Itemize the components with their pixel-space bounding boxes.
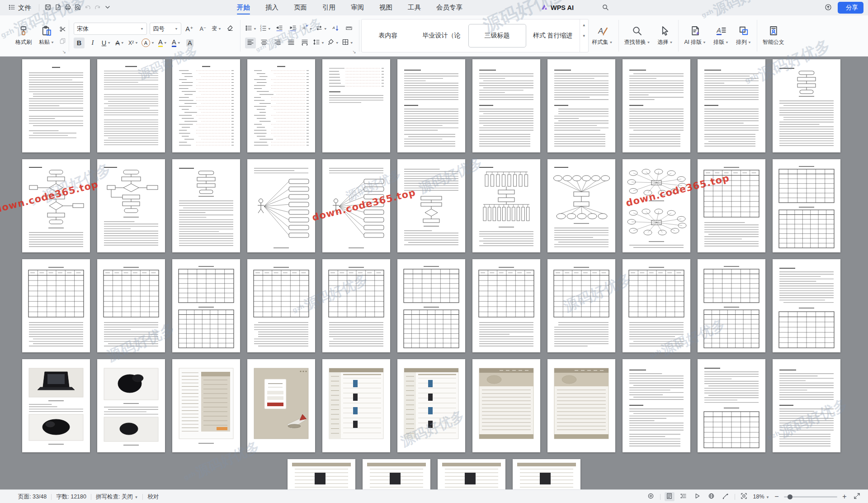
page-thumbnail[interactable] — [773, 159, 840, 252]
style-item-表内容[interactable]: 表内容 — [362, 32, 415, 40]
page-thumbnail[interactable] — [773, 59, 840, 152]
borders-button[interactable]: ▼ — [342, 38, 354, 48]
page-thumbnail[interactable] — [22, 259, 90, 352]
font-color-button[interactable]: A▼ — [171, 38, 182, 48]
fullscreen-button[interactable] — [852, 492, 862, 501]
tab-开始[interactable]: 开始 — [231, 0, 256, 15]
page-thumbnail[interactable] — [22, 359, 90, 452]
page-thumbnail[interactable] — [363, 459, 430, 489]
read-mode-button[interactable] — [693, 492, 703, 501]
font-name-select[interactable]: 宋体▼ — [74, 23, 147, 35]
line-spacing-button[interactable]: ▼ — [313, 38, 325, 48]
bullet-list-button[interactable]: ▼ — [245, 24, 257, 34]
tab-插入[interactable]: 插入 — [259, 0, 285, 15]
paragraph-dialog-launcher[interactable]: ↘ — [352, 49, 356, 54]
underline-button[interactable]: U▼ — [101, 38, 112, 48]
page-thumbnail[interactable] — [247, 159, 315, 252]
page-thumbnail[interactable] — [288, 459, 355, 489]
page-thumbnail[interactable] — [22, 159, 90, 252]
tab-视图[interactable]: 视图 — [373, 0, 399, 15]
outline-view-button[interactable] — [679, 492, 689, 501]
format-painter-button[interactable]: 格式刷 — [12, 24, 35, 48]
page-thumbnail[interactable] — [397, 259, 465, 352]
text-direction-button[interactable]: A▼ — [301, 24, 313, 34]
print-button[interactable] — [64, 4, 72, 12]
spell-check-toggle[interactable]: 拼写检查: 关闭 ▼ — [96, 493, 138, 501]
page-thumbnail[interactable] — [172, 59, 240, 152]
strikethrough-button[interactable]: A▼ — [114, 38, 125, 48]
page-thumbnail[interactable] — [773, 359, 840, 452]
fit-page-button[interactable] — [739, 492, 749, 501]
tab-工具[interactable]: 工具 — [401, 0, 427, 15]
copy-button[interactable] — [59, 38, 67, 46]
page-thumbnail[interactable] — [623, 159, 690, 252]
print-preview-button[interactable] — [74, 4, 82, 12]
smart-doc-button[interactable]: 智能公文 — [759, 15, 788, 56]
zoom-slider-handle[interactable] — [788, 494, 793, 499]
page-thumbnail[interactable] — [438, 459, 505, 489]
page-thumbnail[interactable] — [472, 259, 540, 352]
page-thumbnail[interactable] — [247, 259, 315, 352]
page-thumbnail[interactable] — [698, 259, 765, 352]
page-thumbnail[interactable] — [623, 359, 690, 452]
text-tool-button[interactable] — [344, 24, 354, 34]
page-thumbnail[interactable] — [322, 359, 390, 452]
page-thumbnail[interactable] — [322, 59, 390, 152]
redo-button[interactable] — [94, 4, 102, 12]
export-pdf-button[interactable] — [54, 4, 62, 12]
fill-color-button[interactable]: ▼ — [327, 38, 339, 48]
wps-ai-tab[interactable]: WPS AI — [541, 4, 574, 12]
font-size-select[interactable]: 四号▼ — [150, 23, 181, 35]
style-set-button[interactable]: A 样式集▼ — [589, 15, 617, 56]
upload-sync-icon[interactable] — [824, 4, 832, 12]
page-thumbnail[interactable] — [322, 259, 390, 352]
gallery-down-button[interactable]: ▼ — [582, 34, 586, 38]
zoom-level[interactable]: 18% ▼ — [753, 494, 769, 500]
proofread-button[interactable]: 校对 — [147, 493, 159, 501]
page-thumbnail[interactable] — [472, 159, 540, 252]
align-left-button[interactable] — [245, 38, 256, 48]
cut-button[interactable] — [59, 26, 67, 34]
page-thumbnail[interactable] — [698, 59, 765, 152]
page-thumbnail[interactable] — [472, 359, 540, 452]
page-thumbnail[interactable] — [22, 59, 90, 152]
increase-indent-button[interactable] — [288, 24, 298, 34]
tab-引用[interactable]: 引用 — [316, 0, 342, 15]
layout-button[interactable]: A 排版▼ — [710, 15, 732, 56]
italic-button[interactable]: I — [87, 38, 98, 48]
main-menu-button[interactable]: 文件 — [5, 2, 34, 14]
superscript-button[interactable]: X²▼ — [128, 38, 139, 48]
align-distribute-button[interactable] — [299, 38, 310, 48]
align-center-button[interactable] — [259, 38, 269, 48]
zoom-slider[interactable] — [784, 496, 837, 498]
web-view-button[interactable] — [707, 492, 717, 501]
style-item-毕业设计（论[interactable]: 毕业设计（论 — [415, 32, 468, 40]
page-thumbnail[interactable] — [623, 59, 690, 152]
page-thumbnail[interactable] — [172, 259, 240, 352]
page-thumbnail[interactable] — [698, 359, 765, 452]
page-thumbnail[interactable] — [547, 59, 615, 152]
wrap-button[interactable]: ▼ — [316, 24, 327, 34]
bold-button[interactable]: B — [74, 38, 85, 48]
page-thumbnail[interactable] — [698, 159, 765, 252]
save-button[interactable] — [44, 4, 52, 12]
increase-font-button[interactable]: A⁺ — [184, 24, 195, 34]
page-thumbnail[interactable] — [322, 159, 390, 252]
clipboard-dialog-launcher[interactable]: ↘ — [62, 49, 66, 54]
quickbar-more-button[interactable] — [104, 4, 112, 12]
paste-button[interactable]: 粘贴▼ — [35, 24, 58, 48]
highlight-color-button[interactable]: A▼ — [157, 38, 168, 48]
ai-layout-button[interactable]: AI 排版▼ — [680, 15, 710, 56]
page-thumbnail[interactable] — [97, 159, 165, 252]
eye-protect-button[interactable] — [646, 492, 656, 501]
page-thumbnail[interactable] — [97, 359, 165, 452]
page-thumbnail[interactable] — [623, 259, 690, 352]
page-thumbnail[interactable] — [547, 359, 615, 452]
char-shading-button[interactable]: A — [184, 38, 195, 48]
page-thumbnail[interactable] — [397, 59, 465, 152]
share-button[interactable]: 分享 — [838, 2, 863, 14]
align-justify-button[interactable] — [286, 38, 297, 48]
word-count[interactable]: 字数: 12180 — [56, 493, 86, 501]
undo-button[interactable] — [84, 4, 92, 12]
arrange-button[interactable]: 排列▼ — [732, 15, 755, 56]
